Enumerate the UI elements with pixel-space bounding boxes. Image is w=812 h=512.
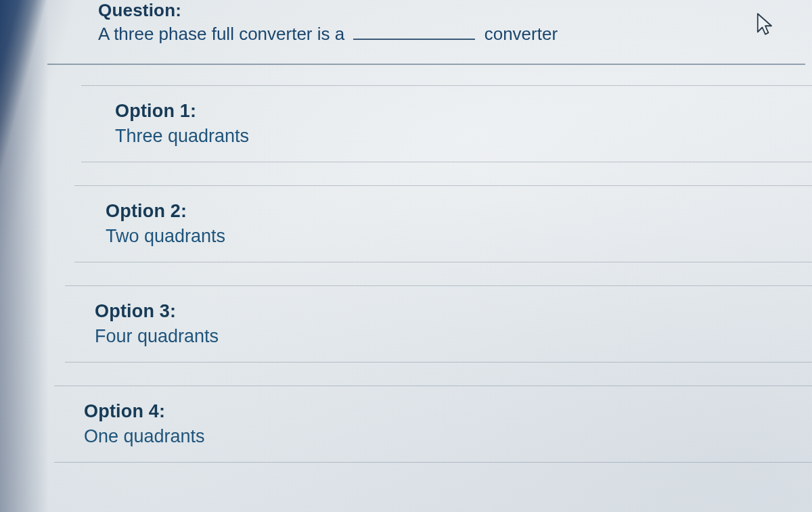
question-text-after: converter: [484, 24, 558, 44]
question-text: A three phase full converter is a conver…: [98, 24, 812, 64]
option-label: Option 3:: [95, 301, 812, 322]
option-label: Option 1:: [115, 101, 812, 122]
options-list: Option 1: Three quadrants Option 2: Two …: [0, 85, 812, 463]
option-1[interactable]: Option 1: Three quadrants: [81, 85, 812, 162]
option-label: Option 2:: [106, 201, 812, 222]
option-label: Option 4:: [84, 401, 812, 422]
option-2[interactable]: Option 2: Two quadrants: [74, 185, 812, 262]
option-text: Three quadrants: [115, 126, 812, 147]
question-block: Question: A three phase full converter i…: [0, 0, 812, 64]
option-text: Four quadrants: [95, 326, 812, 347]
question-text-before: A three phase full converter is a: [98, 24, 349, 44]
question-label: Question:: [98, 0, 812, 21]
option-3[interactable]: Option 3: Four quadrants: [65, 285, 812, 363]
fill-blank: [353, 37, 475, 40]
option-text: One quadrants: [84, 426, 812, 447]
cursor-icon: [756, 12, 775, 37]
option-text: Two quadrants: [106, 226, 812, 247]
divider: [47, 64, 805, 65]
quiz-screen: Question: A three phase full converter i…: [0, 0, 812, 512]
option-4[interactable]: Option 4: One quadrants: [54, 386, 812, 463]
